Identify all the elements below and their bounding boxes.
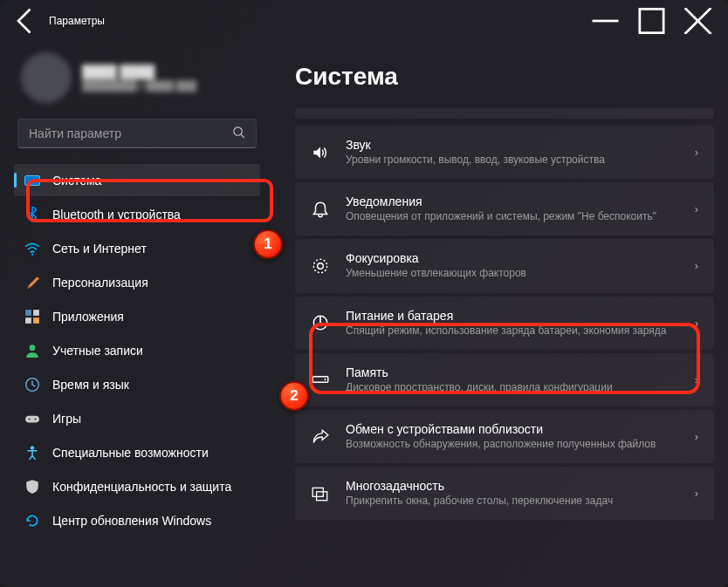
svg-point-18 — [318, 263, 324, 270]
settings-list: Звук Уровни громкости, вывод, ввод, звук… — [295, 108, 714, 520]
svg-point-6 — [31, 253, 33, 255]
setting-desc: Уменьшение отвлекающих факторов — [346, 266, 679, 280]
sidebar: ████ ████ ████████@████.███ Система Blue… — [0, 42, 271, 587]
multitasking-icon — [311, 484, 330, 503]
svg-point-14 — [29, 418, 31, 420]
profile-section[interactable]: ████ ████ ████████@████.███ — [14, 49, 260, 119]
setting-desc: Дисковое пространство, диски, правила ко… — [346, 380, 679, 394]
profile-name: ████ ████ — [82, 65, 196, 78]
setting-desc: Спящий режим, использование заряда батар… — [346, 324, 679, 338]
sound-icon — [311, 143, 330, 162]
svg-rect-9 — [25, 317, 31, 324]
bluetooth-icon — [24, 207, 40, 222]
scroll-edge — [295, 108, 714, 119]
setting-title: Память — [346, 365, 679, 379]
maximize-button[interactable] — [632, 8, 671, 34]
setting-notifications[interactable]: Уведомления Оповещения от приложений и с… — [295, 182, 714, 235]
titlebar: Параметры — [0, 0, 728, 42]
minimize-button[interactable] — [586, 8, 625, 34]
gamepad-icon — [24, 411, 40, 427]
sidebar-item-accounts[interactable]: Учетные записи — [14, 334, 260, 366]
chevron-right-icon: › — [695, 373, 698, 386]
main-content: Система Звук Уровни громкости, вывод, вв… — [271, 42, 728, 587]
sidebar-item-system[interactable]: Система — [14, 164, 260, 196]
sidebar-item-label: Время и язык — [52, 378, 129, 392]
svg-point-4 — [234, 127, 242, 135]
sidebar-item-personalization[interactable]: Персонализация — [14, 266, 260, 298]
sidebar-item-accessibility[interactable]: Специальные возможности — [14, 436, 260, 468]
setting-title: Обмен с устройствами поблизости — [346, 422, 679, 436]
chevron-right-icon: › — [695, 259, 698, 272]
page-title: Система — [295, 63, 714, 91]
shield-icon — [24, 479, 40, 495]
sidebar-item-label: Bluetooth и устройства — [52, 208, 181, 222]
apps-icon — [24, 309, 40, 324]
setting-title: Уведомления — [346, 195, 679, 208]
update-icon — [24, 513, 40, 529]
back-button[interactable] — [10, 5, 42, 37]
svg-rect-7 — [25, 310, 31, 316]
person-icon — [24, 343, 40, 358]
search-input[interactable] — [29, 126, 232, 140]
svg-rect-1 — [640, 9, 663, 32]
chevron-right-icon: › — [695, 146, 698, 159]
sidebar-item-label: Система — [52, 174, 101, 188]
setting-multitasking[interactable]: Многозадачность Прикрепить окна, рабочие… — [295, 467, 714, 520]
setting-nearby-share[interactable]: Обмен с устройствами поблизости Возможно… — [295, 410, 714, 463]
sidebar-item-privacy[interactable]: Конфиденциальность и защита — [14, 470, 260, 502]
sidebar-item-label: Специальные возможности — [52, 446, 209, 460]
svg-point-22 — [324, 379, 326, 380]
sidebar-item-label: Приложения — [52, 310, 124, 324]
search-box[interactable] — [17, 119, 257, 148]
setting-sound[interactable]: Звук Уровни громкости, вывод, ввод, звук… — [295, 126, 714, 179]
bell-icon — [311, 200, 330, 219]
sidebar-item-label: Сеть и Интернет — [52, 242, 147, 256]
profile-email: ████████@████.███ — [82, 80, 196, 91]
svg-rect-10 — [33, 317, 39, 324]
app-title: Параметры — [49, 15, 105, 27]
sidebar-item-time[interactable]: Время и язык — [14, 368, 260, 400]
setting-desc: Уровни громкости, вывод, ввод, звуковые … — [346, 153, 679, 167]
accessibility-icon — [24, 445, 40, 461]
search-icon — [232, 126, 245, 141]
sidebar-item-bluetooth[interactable]: Bluetooth и устройства — [14, 198, 260, 230]
svg-point-17 — [313, 259, 326, 272]
wifi-icon — [24, 241, 40, 256]
system-icon — [24, 173, 40, 188]
svg-line-5 — [241, 134, 244, 138]
nav-list: Система Bluetooth и устройства Сеть и Ин… — [14, 164, 260, 536]
sidebar-item-label: Игры — [52, 412, 81, 426]
setting-title: Звук — [346, 138, 679, 152]
svg-rect-13 — [25, 415, 39, 422]
setting-title: Фокусировка — [346, 251, 679, 265]
sidebar-item-label: Персонализация — [52, 276, 148, 290]
sidebar-item-label: Конфиденциальность и защита — [52, 480, 231, 494]
setting-title: Многозадачность — [346, 479, 679, 493]
setting-desc: Оповещения от приложений и системы, режи… — [346, 209, 679, 223]
close-button[interactable] — [678, 8, 718, 34]
setting-focus[interactable]: Фокусировка Уменьшение отвлекающих факто… — [295, 239, 714, 292]
setting-title: Питание и батарея — [346, 309, 679, 323]
sidebar-item-label: Центр обновления Windows — [52, 514, 211, 528]
setting-desc: Возможность обнаружения, расположение по… — [346, 437, 679, 451]
power-icon — [311, 313, 330, 332]
sidebar-item-apps[interactable]: Приложения — [14, 300, 260, 332]
chevron-right-icon: › — [695, 430, 698, 443]
svg-rect-8 — [33, 310, 39, 316]
storage-icon — [311, 370, 330, 389]
sidebar-item-label: Учетные записи — [52, 344, 143, 358]
sidebar-item-network[interactable]: Сеть и Интернет — [14, 232, 260, 264]
clock-icon — [24, 377, 40, 392]
svg-point-16 — [31, 446, 35, 450]
svg-point-11 — [30, 345, 36, 351]
sidebar-item-gaming[interactable]: Игры — [14, 402, 260, 434]
avatar — [21, 52, 72, 103]
svg-point-15 — [34, 418, 36, 420]
setting-storage[interactable]: Память Дисковое пространство, диски, пра… — [295, 353, 714, 406]
sidebar-item-update[interactable]: Центр обновления Windows — [14, 504, 260, 536]
share-icon — [311, 427, 330, 447]
chevron-right-icon: › — [695, 202, 698, 215]
setting-power[interactable]: Питание и батарея Спящий режим, использо… — [295, 297, 714, 350]
chevron-right-icon: › — [695, 317, 698, 330]
brush-icon — [24, 275, 40, 290]
